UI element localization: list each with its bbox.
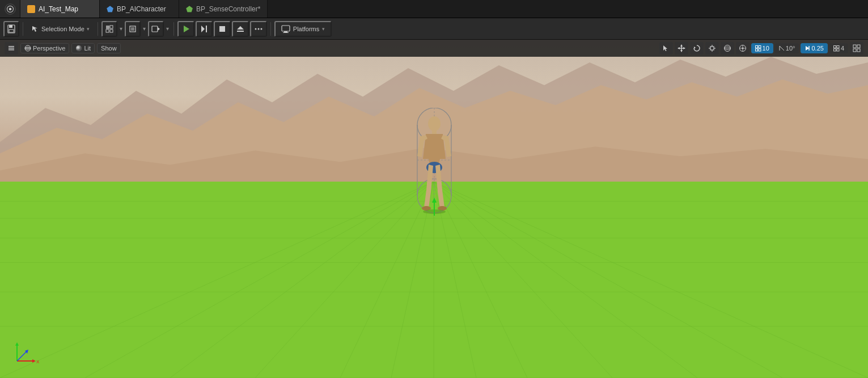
- separator-1: [23, 22, 23, 36]
- save-button[interactable]: [3, 21, 19, 37]
- svg-point-2: [9, 7, 11, 10]
- simulate-button[interactable]: [196, 21, 213, 37]
- viewport-layout-button[interactable]: [850, 42, 863, 54]
- svg-rect-4: [9, 25, 12, 28]
- svg-rect-5: [9, 30, 14, 32]
- svg-rect-108: [857, 45, 860, 48]
- svg-rect-100: [759, 49, 761, 51]
- svg-rect-56: [432, 131, 437, 134]
- svg-line-38: [170, 182, 434, 378]
- svg-marker-81: [680, 50, 683, 52]
- svg-marker-13: [158, 27, 160, 31]
- play-button[interactable]: [177, 21, 194, 37]
- selection-mode-label: Selection Mode: [41, 26, 84, 32]
- tab-ai-test-map[interactable]: AI_Test_Map: [20, 0, 100, 18]
- svg-rect-8: [106, 30, 109, 32]
- svg-marker-62: [432, 198, 437, 203]
- svg-point-96: [742, 48, 743, 49]
- svg-rect-70: [9, 46, 14, 47]
- tab-bp-sensecontroller-label: BP_SenseController*: [196, 5, 260, 13]
- speed-value: 0.25: [811, 45, 823, 52]
- svg-rect-97: [755, 45, 757, 48]
- svg-line-47: [434, 182, 782, 378]
- svg-marker-84: [694, 47, 696, 49]
- cinematics-button[interactable]: [148, 21, 164, 37]
- platforms-button[interactable]: Platforms ▾: [274, 21, 332, 37]
- blueprint-char-icon: ⬟: [107, 5, 113, 14]
- svg-rect-71: [9, 48, 14, 49]
- svg-marker-67: [15, 342, 19, 346]
- svg-line-45: [434, 182, 612, 378]
- lit-button[interactable]: Lit: [71, 43, 95, 53]
- viewport-toolbar-left: Perspective Lit Show: [5, 42, 121, 54]
- title-bar: AI_Test_Map ⬟ BP_AICharacter ⬟ BP_SenseC…: [0, 0, 868, 18]
- svg-text:X: X: [36, 359, 40, 364]
- transform-button-1[interactable]: [101, 21, 117, 37]
- stop-button[interactable]: [214, 21, 231, 37]
- svg-marker-64: [32, 359, 36, 363]
- layout-split-button[interactable]: 4: [829, 43, 848, 53]
- move-icon-button[interactable]: [675, 42, 688, 54]
- rotate-icon-button[interactable]: [690, 42, 704, 54]
- world-icon-button[interactable]: [721, 42, 734, 54]
- angle-button[interactable]: 10°: [775, 43, 799, 53]
- svg-rect-99: [755, 49, 757, 51]
- svg-rect-6: [106, 26, 109, 29]
- svg-line-39: [255, 182, 434, 378]
- select-mode-icon-button[interactable]: [659, 42, 673, 54]
- show-button[interactable]: Show: [97, 43, 121, 53]
- character-figure: [412, 108, 457, 216]
- selection-mode-arrow: ▾: [87, 26, 90, 32]
- svg-rect-9: [110, 30, 113, 32]
- svg-rect-109: [853, 49, 856, 52]
- cinematics-arrow[interactable]: ▾: [165, 26, 170, 32]
- svg-rect-98: [759, 45, 761, 48]
- svg-point-77: [76, 45, 82, 51]
- perspective-label: Perspective: [33, 45, 65, 52]
- tab-bp-sensecontroller[interactable]: ⬟ BP_SenseController*: [179, 0, 268, 18]
- svg-rect-11: [131, 27, 134, 31]
- perspective-button[interactable]: Perspective: [20, 43, 69, 53]
- svg-marker-83: [683, 47, 685, 49]
- grid-toggle-button[interactable]: 10: [751, 43, 773, 53]
- transform-arrow-2[interactable]: ▾: [142, 26, 147, 32]
- local-axis-button[interactable]: [736, 42, 750, 54]
- svg-marker-101: [806, 46, 809, 51]
- more-options-button[interactable]: [250, 21, 267, 37]
- scene-viewport[interactable]: .grid-line { stroke: #6db82a; stroke-wid…: [0, 40, 868, 378]
- svg-rect-12: [152, 26, 158, 32]
- tab-bp-aicharacter-label: BP_AICharacter: [117, 5, 166, 13]
- scale-icon-button[interactable]: [705, 42, 719, 54]
- speed-button[interactable]: 0.25: [801, 43, 827, 53]
- svg-point-22: [260, 28, 262, 30]
- split-value: 4: [841, 45, 844, 52]
- svg-marker-15: [201, 26, 205, 32]
- selection-mode-button[interactable]: Selection Mode ▾: [27, 23, 94, 35]
- separator-3: [173, 22, 174, 36]
- axes-indicator: X: [11, 338, 40, 367]
- tab-bp-aicharacter[interactable]: ⬟ BP_AICharacter: [100, 0, 179, 18]
- svg-rect-19: [237, 31, 244, 32]
- svg-rect-24: [284, 31, 287, 32]
- show-label: Show: [101, 45, 117, 52]
- svg-line-68: [17, 351, 27, 361]
- svg-point-21: [257, 28, 259, 30]
- viewport-toolbar: Perspective Lit Show: [0, 40, 868, 57]
- platforms-label: Platforms: [293, 26, 319, 32]
- tab-ai-test-map-label: AI_Test_Map: [39, 5, 78, 13]
- platforms-arrow: ▾: [322, 26, 325, 32]
- map-tab-icon: [27, 5, 35, 13]
- svg-rect-103: [833, 45, 836, 48]
- angle-value: 10°: [786, 45, 795, 52]
- svg-rect-7: [110, 26, 113, 28]
- transform-button-2[interactable]: [125, 21, 141, 37]
- svg-rect-104: [837, 45, 839, 48]
- viewport-container[interactable]: .grid-line { stroke: #6db82a; stroke-wid…: [0, 40, 868, 378]
- svg-marker-18: [237, 26, 244, 30]
- engine-logo: [0, 0, 20, 18]
- separator-2: [98, 22, 98, 36]
- viewport-menu-button[interactable]: [5, 42, 18, 54]
- transform-arrow-1[interactable]: ▾: [118, 26, 124, 32]
- separator-4: [270, 22, 271, 36]
- eject-button[interactable]: [232, 21, 249, 37]
